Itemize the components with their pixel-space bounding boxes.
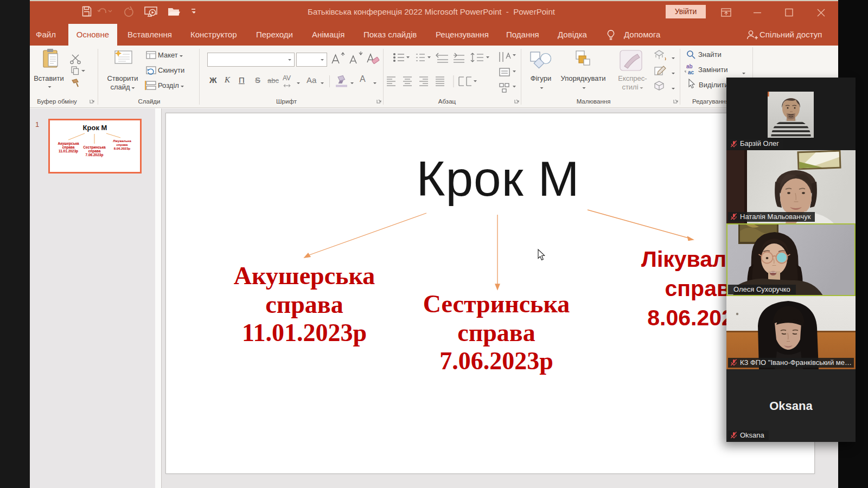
svg-text:ac: ac [688, 69, 694, 75]
svg-text:справа: справа [117, 143, 129, 146]
svg-text:ab: ab [686, 63, 693, 69]
svg-text:11.01.2023р: 11.01.2023р [59, 149, 78, 153]
svg-text:Лікувальна: Лікувальна [113, 139, 131, 143]
svg-text:8.06.2023р: 8.06.2023р [114, 147, 131, 150]
svg-text:7.06.2023р: 7.06.2023р [86, 153, 104, 157]
